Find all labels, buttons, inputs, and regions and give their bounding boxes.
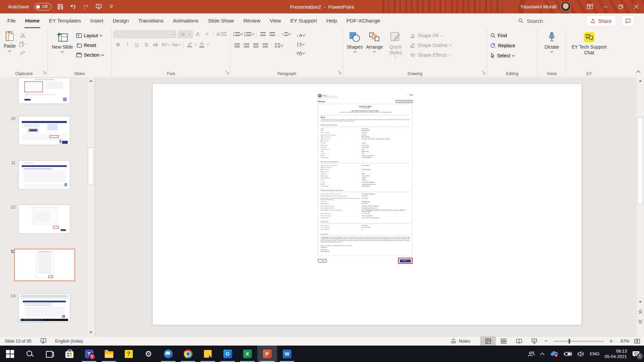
taskbar-app-button[interactable] <box>59 346 79 362</box>
fit-slide-to-window-button[interactable] <box>632 337 642 346</box>
zoom-slider[interactable] <box>553 341 604 342</box>
font-dialog-launcher[interactable] <box>226 70 229 76</box>
taskbar-app-button[interactable]: P <box>257 346 277 362</box>
select-button[interactable]: Select <box>489 52 517 60</box>
font-size-combo[interactable]: 18 <box>178 31 193 38</box>
user-avatar[interactable] <box>560 2 571 12</box>
text-highlight-button[interactable] <box>185 41 194 48</box>
autosave-toggle[interactable]: Off <box>35 3 51 10</box>
save-button[interactable] <box>57 3 64 10</box>
editor-scroll-down-button[interactable] <box>637 298 644 306</box>
slide-thumbnail[interactable] <box>18 293 70 322</box>
copy-button[interactable] <box>18 41 28 48</box>
ribbon-tab[interactable]: Insert <box>86 13 108 28</box>
ribbon-tab[interactable]: EY Support <box>286 13 322 28</box>
redo-button[interactable] <box>82 3 90 10</box>
increase-indent-button[interactable] <box>268 31 277 38</box>
taskbar-app-button[interactable] <box>158 346 178 362</box>
clock[interactable]: 08:13 05-04-2021 <box>605 349 627 359</box>
clipboard-dialog-launcher[interactable] <box>43 70 46 76</box>
font-color-button[interactable]: A <box>198 41 206 48</box>
text-direction-button[interactable]: ↓A <box>296 32 306 39</box>
section-button[interactable]: Section <box>75 51 105 59</box>
shape-fill-button[interactable]: Shape Fill <box>409 32 453 40</box>
grow-font-button[interactable]: Aˆ <box>193 31 202 38</box>
onedrive-status-button[interactable] <box>550 351 558 357</box>
zoom-out-button[interactable]: − <box>542 338 550 345</box>
zoom-in-button[interactable]: + <box>607 338 615 345</box>
convert-to-smartart-button[interactable] <box>296 50 306 57</box>
taskbar-app-button[interactable]: ? <box>119 346 139 362</box>
change-case-button[interactable]: Aa <box>171 41 181 48</box>
italic-button[interactable]: I <box>123 41 132 48</box>
paste-button[interactable]: Paste <box>2 30 17 68</box>
ribbon-tab[interactable]: Help <box>322 13 342 28</box>
next-slide-button[interactable] <box>637 318 644 325</box>
format-painter-button[interactable] <box>18 50 28 57</box>
align-right-button[interactable] <box>252 42 260 49</box>
thumbnail-scrollbar[interactable] <box>87 77 95 336</box>
shape-outline-button[interactable]: Shape Outline <box>409 41 453 49</box>
taskbar-app-button[interactable]: T 5 <box>79 346 99 362</box>
ribbon-tab[interactable]: File <box>3 13 20 28</box>
comments-button[interactable] <box>622 15 635 26</box>
bullets-button[interactable] <box>233 31 243 38</box>
slide-thumbnail[interactable] <box>18 78 70 104</box>
user-name[interactable]: Yasaswini Murali <box>520 4 556 9</box>
slide-thumbnail[interactable] <box>18 116 70 145</box>
close-button[interactable] <box>629 0 644 13</box>
arrange-button[interactable]: Arrange <box>364 30 384 68</box>
align-center-button[interactable] <box>242 42 251 49</box>
decrease-indent-button[interactable] <box>259 31 267 38</box>
normal-view-button[interactable] <box>480 337 496 346</box>
columns-button[interactable] <box>274 42 283 49</box>
quick-styles-button[interactable]: Quick Styles <box>384 30 407 68</box>
thumbnail-scroll-up-button[interactable] <box>87 77 95 84</box>
volume-button[interactable] <box>577 351 585 357</box>
taskbar-app-button[interactable]: W <box>277 346 297 362</box>
thumbnail-scroll-down-button[interactable] <box>87 329 95 336</box>
slide-canvas[interactable]: e-Filing Anywhere Anytime Income Tax Dep… <box>152 83 582 325</box>
text-shadow-button[interactable]: S <box>142 41 151 48</box>
slide-sorter-view-button[interactable] <box>496 337 511 346</box>
taskbar-app-button[interactable] <box>0 346 20 362</box>
ribbon-display-options-button[interactable] <box>582 0 598 13</box>
ribbon-tab[interactable]: Animations <box>168 13 203 28</box>
justify-button[interactable] <box>261 42 270 49</box>
collapse-ribbon-button[interactable] <box>636 68 641 74</box>
undo-button[interactable] <box>69 3 77 10</box>
ribbon-tab[interactable]: Home <box>20 13 44 28</box>
battery-status-button[interactable] <box>564 351 572 357</box>
slide-thumbnail[interactable] <box>14 249 75 281</box>
ribbon-tab[interactable]: View <box>265 13 285 28</box>
strikethrough-button[interactable]: ab <box>151 41 160 48</box>
ey-tech-support-chat-button[interactable]: ?... EY Tech Support Chat <box>569 30 609 68</box>
reading-view-button[interactable] <box>511 337 527 346</box>
taskbar-app-button[interactable]: X <box>237 346 257 362</box>
previous-slide-button[interactable] <box>637 308 644 316</box>
paragraph-dialog-launcher[interactable] <box>338 70 341 76</box>
align-text-button[interactable]: [↕] <box>296 41 306 48</box>
cut-button[interactable] <box>18 32 28 39</box>
ribbon-tab[interactable]: Design <box>108 13 133 28</box>
editor-scroll-thumb[interactable] <box>637 117 643 204</box>
find-button[interactable]: Find <box>489 32 517 40</box>
clear-formatting-button[interactable]: A⌫ <box>216 31 227 38</box>
new-slide-button[interactable]: New Slide <box>50 30 75 68</box>
font-name-combo[interactable] <box>114 31 176 38</box>
shape-effects-button[interactable]: Shape Effects <box>409 51 453 59</box>
ribbon-tab[interactable]: PDF-XChange <box>342 13 385 28</box>
language-status[interactable]: English (India) <box>55 339 83 344</box>
shapes-button[interactable]: Shapes <box>345 30 364 68</box>
minimize-button[interactable] <box>598 0 613 13</box>
reset-button[interactable]: Reset <box>75 41 105 49</box>
notes-button[interactable]: Notes <box>450 339 470 344</box>
slide-thumbnail[interactable] <box>18 160 70 189</box>
share-button[interactable]: Share <box>586 15 616 26</box>
restore-button[interactable] <box>613 0 629 13</box>
ribbon-tab[interactable]: Review <box>239 13 265 28</box>
taskbar-app-button[interactable] <box>99 346 119 362</box>
character-spacing-button[interactable]: AV <box>161 41 171 48</box>
ribbon-tab[interactable]: Transitions <box>133 13 168 28</box>
customize-qat-button[interactable] <box>108 3 115 10</box>
